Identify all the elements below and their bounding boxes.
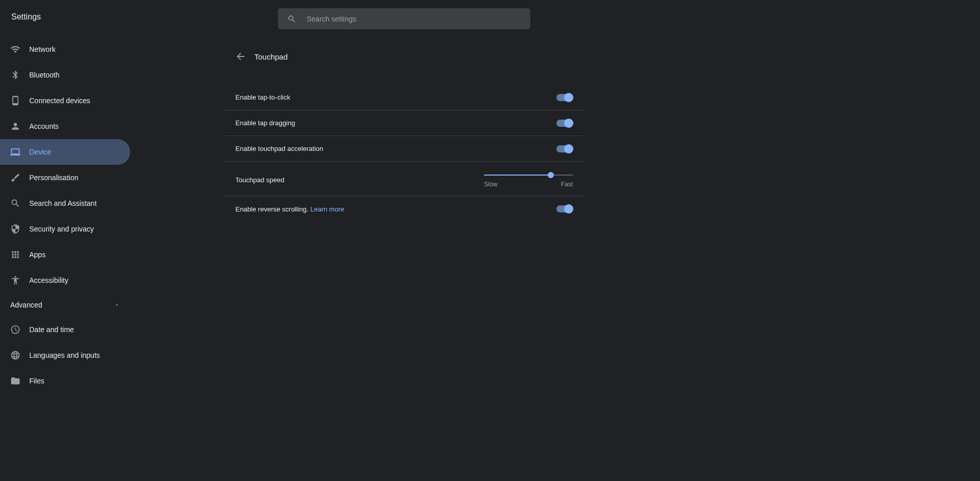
settings-panel: Touchpad Enable tap-to-click Enable tap … <box>225 33 583 481</box>
bluetooth-icon <box>10 70 21 80</box>
app-title: Settings <box>11 12 41 22</box>
sidebar-item-label: Personalisation <box>29 174 78 182</box>
setting-tap-to-click: Enable tap-to-click <box>225 85 583 110</box>
sidebar-item-label: Accounts <box>29 122 59 130</box>
globe-icon <box>10 350 21 360</box>
caret-up-icon <box>114 302 120 308</box>
slider-max-label: Fast <box>561 181 573 188</box>
setting-reverse-scrolling: Enable reverse scrolling. Learn more <box>225 196 583 222</box>
toggle-reverse-scrolling[interactable] <box>556 205 573 213</box>
sidebar-item-label: Date and time <box>29 325 74 334</box>
brush-icon <box>10 172 21 183</box>
sidebar-item-bluetooth[interactable]: Bluetooth <box>0 62 130 88</box>
sidebar-item-connected-devices[interactable]: Connected devices <box>0 88 130 113</box>
search-icon <box>10 198 21 208</box>
sidebar-item-label: Accessibility <box>29 276 68 284</box>
sidebar-item-security-privacy[interactable]: Security and privacy <box>0 216 130 242</box>
toggle-tap-to-click[interactable] <box>556 94 573 101</box>
header: Settings <box>0 0 980 33</box>
toggle-touchpad-acceleration[interactable] <box>556 145 573 152</box>
sidebar-item-apps[interactable]: Apps <box>0 242 130 267</box>
body: Network Bluetooth Connected devices Acco… <box>0 33 980 481</box>
search-container[interactable] <box>278 8 530 29</box>
sidebar-item-label: Apps <box>29 251 46 259</box>
sidebar-item-label: Files <box>29 377 45 385</box>
search-icon <box>287 14 296 24</box>
slider-thumb[interactable] <box>548 172 554 178</box>
slider-min-label: Slow <box>484 181 497 188</box>
arrow-back-icon <box>235 51 246 62</box>
setting-label: Enable reverse scrolling. Learn more <box>235 205 344 213</box>
setting-label: Enable touchpad acceleration <box>235 145 323 152</box>
setting-label: Enable tap-to-click <box>235 93 290 101</box>
clock-icon <box>10 324 21 335</box>
slider-labels: Slow Fast <box>484 181 573 188</box>
shield-icon <box>10 224 21 234</box>
sidebar-item-label: Languages and inputs <box>29 351 100 359</box>
person-icon <box>10 121 21 131</box>
sidebar-item-search-assistant[interactable]: Search and Assistant <box>0 190 130 216</box>
learn-more-link[interactable]: Learn more <box>310 205 344 213</box>
sidebar-item-network[interactable]: Network <box>0 36 130 62</box>
setting-label: Touchpad speed <box>235 176 284 184</box>
apps-icon <box>10 249 21 260</box>
setting-tap-dragging: Enable tap dragging <box>225 110 583 136</box>
laptop-icon <box>10 147 21 157</box>
sidebar-item-device[interactable]: Device <box>0 139 130 165</box>
page-title-row: Touchpad <box>225 44 583 69</box>
sidebar-item-label: Security and privacy <box>29 225 94 233</box>
sidebar-item-personalisation[interactable]: Personalisation <box>0 165 130 190</box>
setting-label: Enable tap dragging <box>235 119 295 127</box>
sidebar-item-label: Device <box>29 148 51 156</box>
phone-icon <box>10 95 21 106</box>
back-button[interactable] <box>233 49 248 64</box>
sidebar-item-accessibility[interactable]: Accessibility <box>0 267 130 293</box>
main: Touchpad Enable tap-to-click Enable tap … <box>130 33 980 481</box>
folder-icon <box>10 376 21 386</box>
advanced-label: Advanced <box>10 301 42 309</box>
page-title: Touchpad <box>254 52 288 61</box>
sidebar-item-label: Bluetooth <box>29 71 59 79</box>
accessibility-icon <box>10 275 21 285</box>
search-input[interactable] <box>307 15 521 23</box>
setting-touchpad-speed: Touchpad speed Slow Fast <box>225 162 583 196</box>
sidebar-item-label: Search and Assistant <box>29 199 97 207</box>
sidebar-item-label: Network <box>29 45 55 53</box>
sidebar-item-date-time[interactable]: Date and time <box>0 317 130 342</box>
sidebar-advanced-toggle[interactable]: Advanced <box>0 293 130 317</box>
setting-touchpad-acceleration: Enable touchpad acceleration <box>225 136 583 162</box>
sidebar-item-accounts[interactable]: Accounts <box>0 113 130 139</box>
slider-track[interactable] <box>484 175 573 176</box>
sidebar: Network Bluetooth Connected devices Acco… <box>0 33 130 481</box>
toggle-tap-dragging[interactable] <box>556 120 573 127</box>
slider-touchpad-speed[interactable]: Slow Fast <box>484 171 573 188</box>
wifi-icon <box>10 44 21 54</box>
sidebar-item-languages-inputs[interactable]: Languages and inputs <box>0 342 130 368</box>
sidebar-item-files[interactable]: Files <box>0 368 130 394</box>
setting-label-text: Enable reverse scrolling. <box>235 205 308 213</box>
sidebar-item-label: Connected devices <box>29 97 90 105</box>
